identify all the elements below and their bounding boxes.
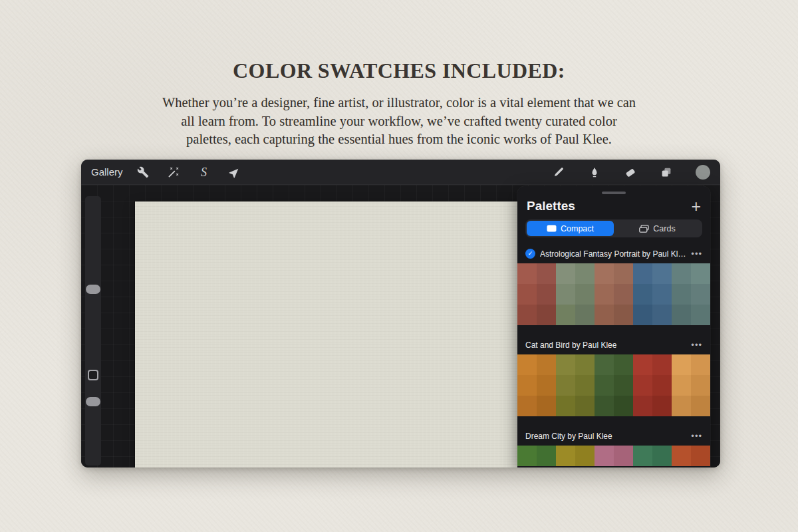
color-swatch[interactable] xyxy=(537,446,556,466)
color-swatch[interactable] xyxy=(672,305,691,325)
color-swatch[interactable] xyxy=(537,263,556,284)
color-swatch[interactable] xyxy=(633,263,652,284)
brush-icon[interactable] xyxy=(552,166,565,179)
color-swatch[interactable] xyxy=(517,305,537,325)
color-swatch[interactable] xyxy=(691,305,710,325)
color-swatch[interactable] xyxy=(595,263,614,284)
color-swatch[interactable] xyxy=(672,284,691,305)
color-swatch[interactable] xyxy=(652,263,672,284)
color-swatch[interactable] xyxy=(672,446,691,466)
add-palette-button[interactable]: + xyxy=(691,200,701,213)
palette-header-dream-city[interactable]: Dream City by Paul Klee ••• xyxy=(517,426,710,446)
color-swatch[interactable] xyxy=(517,263,537,284)
color-swatch[interactable] xyxy=(595,305,614,325)
color-swatch[interactable] xyxy=(652,375,672,396)
color-swatch[interactable] xyxy=(537,375,556,396)
color-swatch[interactable] xyxy=(614,284,633,305)
color-swatch[interactable] xyxy=(556,446,575,466)
active-color-swatch[interactable] xyxy=(696,165,710,180)
segment-compact[interactable]: Compact xyxy=(527,221,614,236)
color-swatch[interactable] xyxy=(575,263,595,284)
color-swatch[interactable] xyxy=(691,446,710,466)
smudge-icon[interactable] xyxy=(588,166,601,179)
color-swatch[interactable] xyxy=(575,284,595,305)
color-swatch[interactable] xyxy=(556,375,575,396)
color-swatch[interactable] xyxy=(614,396,633,416)
color-swatch[interactable] xyxy=(672,375,691,396)
color-swatch[interactable] xyxy=(575,396,595,416)
color-swatch[interactable] xyxy=(614,354,633,375)
color-swatch[interactable] xyxy=(633,284,652,305)
color-swatch[interactable] xyxy=(517,396,537,416)
gallery-button[interactable]: Gallery xyxy=(91,166,123,178)
top-toolbar: Gallery S xyxy=(81,160,720,185)
magic-wand-icon[interactable] xyxy=(167,166,180,179)
color-swatch[interactable] xyxy=(691,354,710,375)
palette-header-astrological[interactable]: ✓ Astrological Fantasy Portrait by Paul … xyxy=(517,244,710,263)
brush-opacity-slider[interactable] xyxy=(86,397,100,406)
color-swatch[interactable] xyxy=(575,375,595,396)
palette-name: Dream City by Paul Klee xyxy=(525,432,612,441)
selected-check-icon: ✓ xyxy=(525,249,535,259)
color-swatch[interactable] xyxy=(652,284,672,305)
color-swatch[interactable] xyxy=(633,305,652,325)
color-swatch[interactable] xyxy=(537,305,556,325)
color-swatch[interactable] xyxy=(691,375,710,396)
palette-header-cat-and-bird[interactable]: Cat and Bird by Paul Klee ••• xyxy=(517,335,710,354)
color-swatch[interactable] xyxy=(614,375,633,396)
color-swatch[interactable] xyxy=(614,446,633,466)
color-swatch[interactable] xyxy=(575,354,595,375)
canvas-area[interactable]: Palettes + Compact Cards xyxy=(81,185,720,467)
color-swatch[interactable] xyxy=(537,396,556,416)
color-swatch[interactable] xyxy=(556,305,575,325)
color-swatch[interactable] xyxy=(556,396,575,416)
palette-menu-button[interactable]: ••• xyxy=(691,431,702,441)
color-swatch[interactable] xyxy=(595,354,614,375)
color-swatch[interactable] xyxy=(633,446,652,466)
color-swatch[interactable] xyxy=(575,446,595,466)
layers-icon[interactable] xyxy=(660,166,673,179)
color-swatch[interactable] xyxy=(672,263,691,284)
color-swatch[interactable] xyxy=(652,305,672,325)
color-swatch[interactable] xyxy=(556,263,575,284)
wrench-icon[interactable] xyxy=(136,166,150,179)
color-swatch[interactable] xyxy=(537,354,556,375)
color-swatch[interactable] xyxy=(614,263,633,284)
color-swatch[interactable] xyxy=(672,354,691,375)
color-swatch[interactable] xyxy=(556,354,575,375)
color-swatch[interactable] xyxy=(595,284,614,305)
color-swatch[interactable] xyxy=(595,396,614,416)
intro-line-3: palettes, each capturing the essential h… xyxy=(0,130,798,149)
color-swatch[interactable] xyxy=(672,396,691,416)
canvas-paper[interactable] xyxy=(135,201,519,467)
color-swatch[interactable] xyxy=(517,375,537,396)
transform-icon[interactable] xyxy=(228,166,241,179)
color-swatch[interactable] xyxy=(691,284,710,305)
color-swatch[interactable] xyxy=(652,354,672,375)
color-swatch[interactable] xyxy=(517,354,537,375)
color-swatch[interactable] xyxy=(633,375,652,396)
color-swatch[interactable] xyxy=(691,263,710,284)
palette-menu-button[interactable]: ••• xyxy=(691,340,702,350)
palette-menu-button[interactable]: ••• xyxy=(691,249,702,259)
color-swatch[interactable] xyxy=(517,446,537,466)
color-swatch[interactable] xyxy=(595,446,614,466)
color-swatch[interactable] xyxy=(595,375,614,396)
color-swatch[interactable] xyxy=(633,354,652,375)
color-swatch[interactable] xyxy=(691,396,710,416)
hero-section: COLOR SWATCHES INCLUDED: Whether you’re … xyxy=(0,0,798,149)
color-swatch[interactable] xyxy=(517,284,537,305)
color-swatch[interactable] xyxy=(537,284,556,305)
toolbar-right-icons xyxy=(552,165,710,180)
color-swatch[interactable] xyxy=(652,396,672,416)
eraser-icon[interactable] xyxy=(624,166,637,179)
segment-cards[interactable]: Cards xyxy=(614,221,701,236)
color-swatch[interactable] xyxy=(575,305,595,325)
color-swatch[interactable] xyxy=(556,284,575,305)
color-swatch[interactable] xyxy=(633,396,652,416)
color-swatch[interactable] xyxy=(614,305,633,325)
modify-button[interactable] xyxy=(88,370,98,380)
selection-icon[interactable]: S xyxy=(198,166,211,179)
color-swatch[interactable] xyxy=(652,446,672,466)
brush-size-slider[interactable] xyxy=(86,285,100,294)
